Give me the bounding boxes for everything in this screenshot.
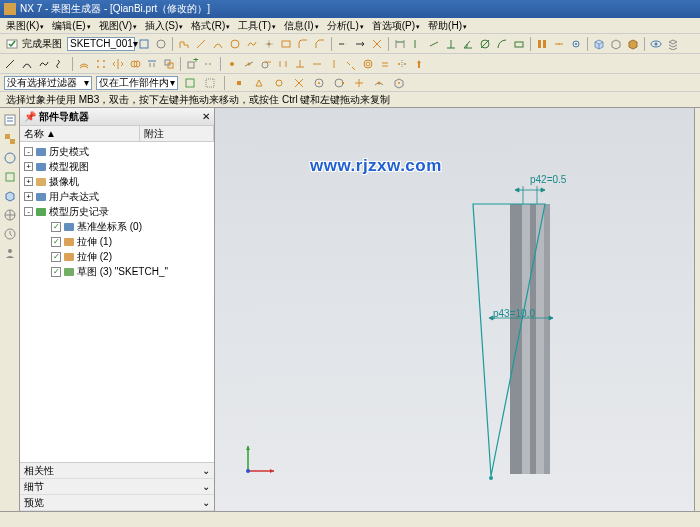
- tree-checkbox[interactable]: ✓: [51, 252, 61, 262]
- rail-browser-icon[interactable]: [2, 207, 18, 223]
- point-icon[interactable]: [261, 36, 277, 52]
- column-name[interactable]: 名称: [24, 127, 44, 141]
- bottom-docking-strip[interactable]: [0, 511, 700, 527]
- curve-spline-icon[interactable]: [36, 56, 52, 72]
- cube-view-icon[interactable]: [591, 36, 607, 52]
- intersect-icon[interactable]: [127, 56, 143, 72]
- dim-perimeter-icon[interactable]: [511, 36, 527, 52]
- pt-on-curve-icon[interactable]: [241, 56, 257, 72]
- chamfer-icon[interactable]: [312, 36, 328, 52]
- selection-filter-dropdown[interactable]: 没有选择过滤器▾: [4, 76, 92, 90]
- rectangle-icon[interactable]: [278, 36, 294, 52]
- menu-insert[interactable]: 插入(S)▾: [141, 19, 187, 33]
- footer-preview[interactable]: 预览⌄: [20, 495, 214, 511]
- concentric-icon[interactable]: [360, 56, 376, 72]
- graphics-viewport[interactable]: www.rjzxw.com: [215, 108, 694, 511]
- rail-roles-icon[interactable]: [2, 245, 18, 261]
- dim-angle-icon[interactable]: [460, 36, 476, 52]
- tree-item[interactable]: +摄像机: [22, 174, 212, 189]
- rail-constraint-icon[interactable]: [2, 150, 18, 166]
- snap-onface-icon[interactable]: [391, 75, 407, 91]
- profile-icon[interactable]: [176, 36, 192, 52]
- parallel-icon[interactable]: [275, 56, 291, 72]
- dim-perp-icon[interactable]: [443, 36, 459, 52]
- auto-constrain-icon[interactable]: [551, 36, 567, 52]
- snap-oncurve-icon[interactable]: [371, 75, 387, 91]
- snap-ctrl-icon[interactable]: [271, 75, 287, 91]
- snap-center-icon[interactable]: [311, 75, 327, 91]
- project-icon[interactable]: [144, 56, 160, 72]
- column-notes[interactable]: 附注: [144, 127, 164, 141]
- tree-toggle-icon[interactable]: -: [24, 147, 33, 156]
- curve-line-icon[interactable]: [2, 56, 18, 72]
- fillet-icon[interactable]: [295, 36, 311, 52]
- tangent-icon[interactable]: [258, 56, 274, 72]
- menu-analysis[interactable]: 分析(L)▾: [323, 19, 368, 33]
- perpendicular-icon[interactable]: [292, 56, 308, 72]
- tree-toggle-icon[interactable]: -: [24, 207, 33, 216]
- dim-parallel-icon[interactable]: [426, 36, 442, 52]
- sel-opt1-icon[interactable]: [182, 75, 198, 91]
- tree-item[interactable]: ✓拉伸 (1): [22, 234, 212, 249]
- finish-sketch-button[interactable]: 完成果图: [2, 36, 66, 52]
- tree-item[interactable]: ✓草图 (3) "SKETCH_": [22, 264, 212, 279]
- snap-exist-icon[interactable]: [351, 75, 367, 91]
- iso-view-icon[interactable]: [608, 36, 624, 52]
- orient-sketch-icon[interactable]: [136, 36, 152, 52]
- menu-view[interactable]: 视图(V)▾: [95, 19, 141, 33]
- menu-sketch[interactable]: 果图(K)▾: [2, 19, 48, 33]
- tree-checkbox[interactable]: ✓: [51, 267, 61, 277]
- arc-icon[interactable]: [210, 36, 226, 52]
- line-icon[interactable]: [193, 36, 209, 52]
- snap-quadrant-icon[interactable]: [331, 75, 347, 91]
- rail-history-icon[interactable]: [2, 226, 18, 242]
- menu-info[interactable]: 信息(I)▾: [280, 19, 322, 33]
- dim-horiz-icon[interactable]: [392, 36, 408, 52]
- selection-scope-dropdown[interactable]: 仅在工作部件内▾: [96, 76, 178, 90]
- tree-toggle-icon[interactable]: +: [24, 192, 33, 201]
- tree-checkbox[interactable]: ✓: [51, 222, 61, 232]
- tree-item[interactable]: +模型视图: [22, 159, 212, 174]
- menu-edit[interactable]: 编辑(E)▾: [48, 19, 94, 33]
- footer-dependency[interactable]: 相关性⌄: [20, 463, 214, 479]
- fix-icon[interactable]: [411, 56, 427, 72]
- rail-assembly-icon[interactable]: [2, 131, 18, 147]
- dim-radius-icon[interactable]: [494, 36, 510, 52]
- layer-icon[interactable]: [665, 36, 681, 52]
- snap-mid-icon[interactable]: [251, 75, 267, 91]
- show-constraints-icon[interactable]: [568, 36, 584, 52]
- tree-item[interactable]: +用户表达式: [22, 189, 212, 204]
- menu-tools[interactable]: 工具(T)▾: [234, 19, 280, 33]
- convert-ref-icon[interactable]: [201, 56, 217, 72]
- rail-reuse-icon[interactable]: [2, 169, 18, 185]
- collinear-icon[interactable]: [343, 56, 359, 72]
- dim-diameter-icon[interactable]: [477, 36, 493, 52]
- pattern-icon[interactable]: [93, 56, 109, 72]
- constraint-icon[interactable]: [534, 36, 550, 52]
- sketch-name-dropdown[interactable]: SKETCH_001▾: [67, 37, 135, 51]
- rail-hd3d-icon[interactable]: [2, 188, 18, 204]
- dim-vert-icon[interactable]: [409, 36, 425, 52]
- rail-part-navigator-icon[interactable]: [2, 112, 18, 128]
- menu-help[interactable]: 帮助(H)▾: [424, 19, 471, 33]
- curve-arc-icon[interactable]: [19, 56, 35, 72]
- equal-icon[interactable]: [377, 56, 393, 72]
- extend-icon[interactable]: [352, 36, 368, 52]
- navigator-tree[interactable]: -历史模式+模型视图+摄像机+用户表达式-模型历史记录✓基准坐标系 (0)✓拉伸…: [20, 142, 214, 462]
- symmetric-icon[interactable]: [394, 56, 410, 72]
- reattach-icon[interactable]: [153, 36, 169, 52]
- pin-icon[interactable]: 📌: [24, 111, 36, 122]
- dimension-p42[interactable]: p42=0.5: [530, 174, 566, 185]
- tree-toggle-icon[interactable]: +: [24, 177, 33, 186]
- tree-toggle-icon[interactable]: +: [24, 162, 33, 171]
- visibility-icon[interactable]: [648, 36, 664, 52]
- menu-preferences[interactable]: 首选项(P)▾: [368, 19, 424, 33]
- derived-icon[interactable]: [161, 56, 177, 72]
- sel-opt2-icon[interactable]: [202, 75, 218, 91]
- snap-intersect-icon[interactable]: [291, 75, 307, 91]
- footer-details[interactable]: 细节⌄: [20, 479, 214, 495]
- offset-icon[interactable]: [76, 56, 92, 72]
- tree-checkbox[interactable]: ✓: [51, 237, 61, 247]
- mirror-icon[interactable]: [110, 56, 126, 72]
- snap-end-icon[interactable]: [231, 75, 247, 91]
